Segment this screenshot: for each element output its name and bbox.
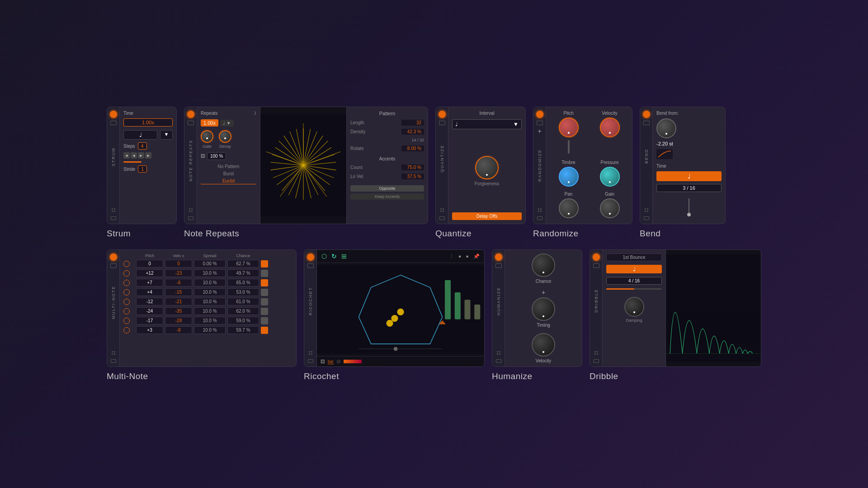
strum-power-button[interactable] (110, 111, 117, 118)
row4-velo[interactable]: -15 (165, 288, 192, 296)
damping-knob[interactable] (624, 297, 644, 317)
velocity-knob-h[interactable] (532, 333, 555, 357)
row5-spread[interactable]: 10.0 % (194, 298, 226, 305)
strum-arrow-left2[interactable]: ◄ (131, 152, 137, 159)
row2-pitch[interactable]: +12 (136, 269, 163, 277)
row4-chance[interactable]: 53.0 % (227, 288, 259, 296)
row1-chance[interactable]: 62.7 % (227, 260, 259, 267)
row4-swatch[interactable] (261, 289, 268, 296)
row2-spread[interactable]: 10.0 % (194, 269, 226, 277)
row2-swatch[interactable] (261, 270, 268, 277)
bend-time-value[interactable]: 3 / 16 (656, 184, 722, 192)
gain-knob[interactable] (600, 198, 620, 218)
length-value[interactable]: 32 (401, 120, 424, 126)
row3-spread[interactable]: 10.0 % (194, 279, 226, 286)
ricochet-power[interactable] (307, 253, 314, 261)
row2-chance[interactable]: 49.7 % (227, 269, 259, 277)
row1-power[interactable] (123, 261, 130, 267)
row8-power[interactable] (123, 327, 130, 333)
rotate-icon[interactable]: ↻ (331, 253, 337, 260)
multinote-power[interactable] (110, 253, 117, 261)
bend-slider[interactable] (656, 195, 722, 220)
row5-power[interactable] (123, 299, 130, 305)
dribble-power[interactable] (593, 253, 600, 261)
row7-velo[interactable]: -28 (165, 317, 192, 324)
row5-swatch[interactable] (261, 298, 268, 305)
row3-chance[interactable]: 65.0 % (227, 279, 259, 286)
pitch-slider[interactable] (568, 140, 570, 154)
row2-power[interactable] (123, 270, 130, 277)
bend-knob[interactable] (656, 118, 676, 138)
row3-velo[interactable]: -6 (165, 279, 192, 286)
velocity-knob[interactable] (600, 117, 620, 137)
pattern-no[interactable]: No Pattern (201, 164, 256, 169)
quantize-power[interactable] (439, 111, 446, 118)
row8-velo[interactable]: -8 (165, 326, 192, 334)
row6-chance[interactable]: 62.0 % (227, 307, 259, 315)
note-repeats-tempo[interactable]: 1.00x (201, 119, 218, 127)
row1-velo[interactable]: 0 (165, 260, 192, 267)
row7-swatch[interactable] (261, 317, 268, 324)
pressure-knob[interactable] (600, 167, 620, 187)
row5-chance[interactable]: 61.0 % (227, 298, 259, 305)
row7-spread[interactable]: 10.0 % (194, 317, 226, 324)
strum-stride-value[interactable]: 1 (138, 165, 147, 173)
dribble-time-value[interactable]: 4 / 16 (606, 277, 662, 285)
bend-power[interactable] (643, 111, 650, 118)
percent-value[interactable]: 100 % (207, 152, 226, 160)
note-sel[interactable]: ♩ ▼ (220, 120, 234, 127)
row6-swatch[interactable] (261, 308, 268, 315)
keep-accents-btn[interactable]: Keep Accents (350, 193, 424, 200)
lo-vel-value[interactable]: 37.5 % (401, 174, 424, 179)
polygon-icon[interactable]: ⬡ (321, 253, 327, 260)
row4-pitch[interactable]: +4 (136, 288, 163, 296)
strum-steps-value[interactable]: 4 (138, 142, 147, 150)
strum-arrow-left1[interactable]: ◄ (123, 152, 130, 159)
humanize-power[interactable] (495, 253, 502, 261)
row2-velo[interactable]: -23 (165, 269, 192, 277)
gate-knob[interactable] (201, 130, 213, 143)
row6-velo[interactable]: -35 (165, 307, 192, 315)
row6-spread[interactable]: 10.0 % (194, 307, 226, 315)
chance-knob[interactable] (532, 253, 555, 277)
plus-icon[interactable]: + (538, 128, 541, 134)
timbre-knob[interactable] (559, 167, 579, 187)
forgiveness-knob[interactable] (475, 156, 499, 179)
row3-swatch[interactable] (261, 279, 268, 286)
bend-slider-handle[interactable] (687, 213, 691, 216)
strum-arrow-right2[interactable]: ► (145, 152, 151, 159)
delay-offs-btn[interactable]: Delay Offs (452, 212, 522, 220)
pan-knob[interactable] (559, 198, 579, 218)
opposite-btn[interactable]: Opposite (350, 185, 424, 192)
timing-knob[interactable] (532, 297, 555, 321)
pattern-burst[interactable]: Burst (201, 171, 256, 177)
pitch-knob[interactable] (559, 117, 579, 137)
pattern-euclid[interactable]: Euclid (201, 178, 256, 184)
strum-time-value[interactable]: 1.00x (123, 118, 173, 127)
row8-pitch[interactable]: +3 (136, 326, 163, 334)
timing-plus-icon[interactable]: + (542, 289, 545, 296)
rotate-value[interactable]: 8.00 % (401, 145, 424, 151)
dribble-slider-track[interactable] (606, 288, 662, 290)
row3-pitch[interactable]: +7 (136, 279, 163, 286)
strum-note-icon[interactable]: ♩ (123, 130, 157, 140)
randomize-power[interactable] (536, 111, 543, 118)
grid-icon[interactable]: ⊞ (341, 253, 347, 260)
row3-power[interactable] (123, 280, 130, 286)
bend-time-note[interactable]: ♩ (656, 171, 722, 181)
count-value[interactable]: 75.0 % (401, 164, 424, 170)
row8-chance[interactable]: 59.7 % (227, 326, 259, 334)
strum-arrow-right1[interactable]: ► (138, 152, 144, 159)
row1-spread[interactable]: 0.00 % (194, 260, 226, 267)
strum-note-arrow[interactable]: ▼ (160, 130, 173, 140)
row7-chance[interactable]: 59.0 % (227, 317, 259, 324)
row1-pitch[interactable]: 0 (136, 260, 163, 267)
row8-swatch[interactable] (261, 327, 268, 334)
row6-pitch[interactable]: -24 (136, 307, 163, 315)
row7-power[interactable] (123, 318, 130, 324)
row7-pitch[interactable]: -17 (136, 317, 163, 324)
density-value[interactable]: 42.3 % (401, 129, 424, 135)
row8-spread[interactable]: 10.0 % (194, 326, 226, 334)
row5-pitch[interactable]: -12 (136, 298, 163, 305)
row4-spread[interactable]: 10.0 % (194, 288, 226, 296)
